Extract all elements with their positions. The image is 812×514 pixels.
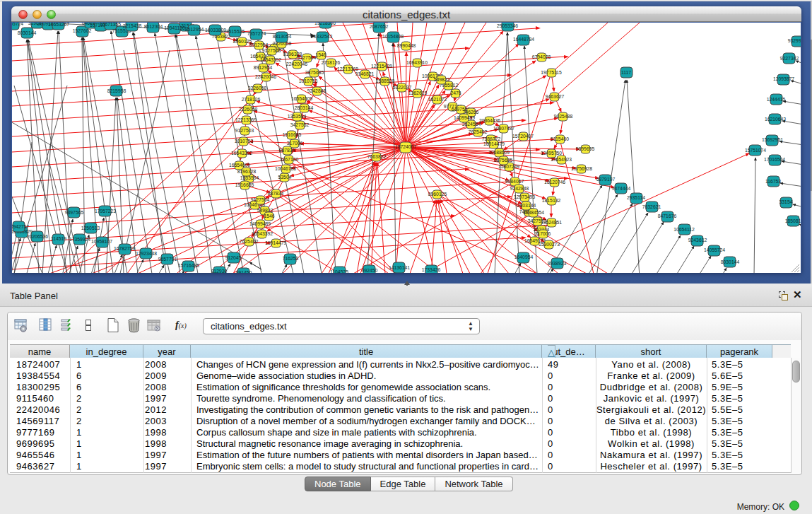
- svg-text:16543392: 16543392: [260, 57, 281, 62]
- svg-text:1621072: 1621072: [428, 97, 447, 102]
- svg-text:9397565: 9397565: [65, 210, 84, 215]
- svg-text:9127503: 9127503: [235, 128, 254, 133]
- svg-text:116753: 116753: [765, 179, 781, 184]
- svg-text:16554609: 16554609: [229, 163, 250, 168]
- svg-text:12923448: 12923448: [136, 251, 157, 256]
- svg-text:1244415: 1244415: [767, 97, 786, 102]
- svg-text:9127503: 9127503: [262, 48, 281, 53]
- svg-text:3875685: 3875685: [305, 70, 324, 75]
- svg-text:22420046: 22420046: [286, 62, 307, 66]
- svg-text:8196328: 8196328: [237, 169, 257, 174]
- svg-text:8030144: 8030144: [721, 259, 740, 264]
- svg-text:1640954: 1640954: [514, 255, 534, 259]
- svg-text:14055724: 14055724: [704, 247, 725, 252]
- svg-text:17016504: 17016504: [764, 157, 785, 162]
- svg-text:5322037: 5322037: [393, 85, 412, 90]
- svg-text:16943910: 16943910: [406, 60, 428, 65]
- svg-text:8030144: 8030144: [18, 30, 37, 35]
- svg-text:2935114: 2935114: [627, 195, 645, 200]
- svg-text:10154808: 10154808: [382, 34, 404, 39]
- svg-text:8813054: 8813054: [273, 34, 292, 39]
- svg-text:14099489: 14099489: [249, 221, 271, 226]
- svg-text:1815132: 1815132: [542, 198, 561, 203]
- svg-text:12213369: 12213369: [337, 66, 358, 71]
- svg-text:16914479: 16914479: [265, 240, 286, 245]
- svg-text:3427552: 3427552: [528, 218, 547, 223]
- svg-text:9657791: 9657791: [158, 257, 177, 262]
- svg-text:12093877: 12093877: [773, 76, 794, 81]
- svg-text:16033809: 16033809: [205, 28, 226, 33]
- svg-text:1104525: 1104525: [330, 269, 348, 273]
- svg-text:12215439: 12215439: [371, 64, 392, 69]
- svg-text:12213369: 12213369: [235, 117, 257, 122]
- svg-text:20206536: 20206536: [27, 234, 48, 239]
- svg-text:33154: 33154: [779, 199, 793, 204]
- svg-text:6794028: 6794028: [532, 54, 551, 59]
- svg-text:10046788: 10046788: [275, 166, 296, 171]
- svg-text:7625402: 7625402: [469, 129, 488, 134]
- svg-text:53504: 53504: [278, 175, 292, 180]
- svg-text:2718126: 2718126: [242, 97, 261, 102]
- svg-text:8912954: 8912954: [254, 65, 273, 70]
- svg-text:3267130: 3267130: [280, 157, 299, 162]
- svg-text:16782759: 16782759: [114, 246, 135, 251]
- svg-text:1010753: 1010753: [235, 139, 254, 144]
- svg-text:2215438: 2215438: [123, 23, 142, 28]
- svg-text:2718126: 2718126: [322, 60, 341, 65]
- svg-text:16448784: 16448784: [513, 37, 534, 42]
- svg-text:1916685: 1916685: [283, 132, 302, 137]
- svg-text:14099489: 14099489: [454, 115, 475, 120]
- svg-text:7663822: 7663822: [367, 154, 387, 159]
- svg-text:19218506: 19218506: [314, 23, 336, 25]
- svg-text:16120746: 16120746: [544, 180, 565, 185]
- svg-text:8512954: 8512954: [185, 27, 204, 32]
- svg-text:19384554: 19384554: [523, 210, 544, 215]
- svg-text:9474444: 9474444: [612, 186, 631, 191]
- svg-text:1588520: 1588520: [376, 78, 395, 83]
- svg-text:15751074: 15751074: [745, 148, 766, 153]
- svg-text:10688609: 10688609: [488, 150, 510, 155]
- svg-text:9084067: 9084067: [505, 179, 524, 184]
- svg-text:1733426: 1733426: [422, 267, 441, 272]
- svg-text:549822: 549822: [434, 77, 450, 82]
- svg-text:2803144: 2803144: [517, 203, 536, 208]
- svg-text:16554609: 16554609: [291, 96, 312, 101]
- svg-text:14055724: 14055724: [12, 23, 23, 26]
- svg-text:10756928: 10756928: [571, 166, 592, 171]
- svg-text:15692951: 15692951: [762, 137, 783, 142]
- svg-text:8990448: 8990448: [397, 43, 416, 48]
- svg-text:912045: 912045: [225, 255, 242, 260]
- svg-text:17942757: 17942757: [12, 224, 29, 229]
- svg-text:1527602: 1527602: [73, 28, 92, 33]
- svg-text:13495750: 13495750: [541, 151, 562, 156]
- svg-text:887834: 887834: [279, 148, 295, 153]
- svg-text:185081: 185081: [785, 218, 801, 223]
- svg-text:1117: 1117: [621, 70, 631, 75]
- svg-text:12973493: 12973493: [514, 194, 535, 199]
- svg-text:16914479: 16914479: [483, 141, 505, 146]
- svg-text:9242848: 9242848: [307, 88, 326, 93]
- svg-text:15716485: 15716485: [178, 263, 199, 268]
- svg-text:1546: 1546: [264, 214, 274, 218]
- svg-text:7632621: 7632621: [642, 204, 661, 209]
- svg-text:10654112: 10654112: [673, 227, 695, 232]
- svg-text:114519: 114519: [51, 236, 66, 241]
- svg-text:9115460: 9115460: [551, 136, 569, 141]
- svg-text:9463627: 9463627: [546, 94, 565, 99]
- svg-text:1353594: 1353594: [240, 175, 259, 180]
- svg-text:716253: 716253: [283, 256, 299, 261]
- svg-text:2803144: 2803144: [295, 105, 314, 110]
- svg-text:14136141: 14136141: [389, 265, 410, 270]
- svg-text:1916685: 1916685: [235, 182, 254, 187]
- svg-text:9146821: 9146821: [355, 71, 375, 76]
- svg-text:2226058: 2226058: [239, 107, 258, 112]
- svg-text:812930: 812930: [211, 269, 228, 273]
- svg-text:3427552: 3427552: [290, 122, 310, 127]
- svg-text:3226058: 3226058: [248, 86, 267, 90]
- svg-text:18724007: 18724007: [395, 144, 416, 149]
- svg-text:1362615: 1362615: [408, 90, 428, 95]
- svg-text:7515525: 7515525: [226, 29, 245, 34]
- svg-text:317006: 317006: [287, 141, 303, 146]
- svg-text:10958107: 10958107: [91, 239, 112, 244]
- svg-text:9127504: 9127504: [251, 197, 270, 202]
